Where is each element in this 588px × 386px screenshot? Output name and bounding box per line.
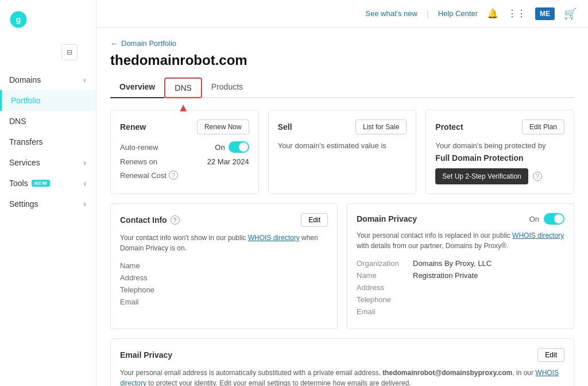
email-privacy-title: Email Privacy: [120, 350, 172, 360]
sidebar-item-transfers[interactable]: Transfers: [0, 132, 96, 152]
settings-chevron-icon: ∨: [83, 201, 87, 207]
contact-address-field: Address: [120, 273, 328, 282]
services-chevron-icon: ∨: [83, 160, 87, 166]
privacy-org-label: Organization: [357, 259, 408, 268]
domain-privacy-desc: Your personal contact info is replaced i…: [357, 230, 564, 251]
sidebar-item-settings-label: Settings: [9, 199, 38, 209]
privacy-name-value: Registration Private: [413, 271, 478, 280]
privacy-email-label: Email: [357, 307, 408, 316]
contact-info-desc: Your contact info won't show in our publ…: [120, 233, 328, 253]
sidebar-collapse-button[interactable]: ⊟: [61, 44, 78, 60]
privacy-telephone-label: Telephone: [357, 295, 408, 304]
protect-card: Protect Edit Plan Your domain's being pr…: [425, 110, 574, 194]
page-title: thedomainrobot.com: [110, 52, 574, 68]
email-privacy-desc: Your personal email address is automatic…: [120, 368, 564, 386]
domain-privacy-title: Domain Privacy: [357, 214, 417, 223]
privacy-telephone-field: Telephone: [357, 295, 564, 304]
header: See what's new | Help Center 🔔 ⋮⋮ ME 🛒: [96, 0, 588, 28]
breadcrumb[interactable]: ← Domain Portfolio: [110, 39, 574, 48]
privacy-whois-link[interactable]: WHOIS directory: [512, 231, 564, 240]
tabs: Overview DNS ▲ Products: [110, 78, 574, 98]
contact-privacy-row: Contact Info ? Edit Your contact info wo…: [110, 203, 574, 329]
auto-renew-label: Auto-renew: [120, 143, 158, 152]
tab-overview[interactable]: Overview: [110, 78, 164, 98]
domain-privacy-toggle[interactable]: [544, 213, 564, 225]
sidebar-item-domains-label: Domains: [9, 75, 41, 84]
renew-card: Renew Renew Now Auto-renew On Renews on …: [110, 110, 259, 194]
tools-new-badge: NEW: [32, 180, 51, 187]
sidebar-item-dns-label: DNS: [9, 117, 26, 126]
main-content: ← Domain Portfolio thedomainrobot.com Ov…: [96, 28, 588, 386]
privacy-address-label: Address: [357, 283, 408, 292]
contact-info-edit-button[interactable]: Edit: [301, 213, 328, 227]
contact-name-field: Name: [120, 261, 328, 270]
email-privacy-card: Email Privacy Edit Your personal email a…: [110, 338, 574, 386]
renew-card-title: Renew: [120, 122, 146, 132]
domain-privacy-status: On: [529, 215, 539, 223]
help-center-link[interactable]: Help Center: [438, 9, 478, 18]
privacy-address-field: Address: [357, 283, 564, 292]
sell-card-title: Sell: [278, 122, 292, 132]
sidebar-item-tools[interactable]: Tools NEW ∨: [0, 173, 96, 194]
domains-chevron-icon: ∨: [83, 77, 87, 83]
sidebar-item-tools-label: Tools: [9, 179, 28, 188]
list-for-sale-button[interactable]: List for Sale: [355, 119, 407, 134]
tab-products-label: Products: [211, 82, 243, 91]
svg-text:g: g: [16, 15, 21, 24]
me-button[interactable]: ME: [535, 7, 555, 20]
cart-icon[interactable]: 🛒: [564, 7, 577, 20]
protect-desc: Your domain's being protected by: [435, 141, 564, 150]
auto-renew-value: On: [215, 143, 225, 152]
sell-card: Sell List for Sale Your domain's estimat…: [268, 110, 417, 194]
contact-telephone-field: Telephone: [120, 285, 328, 294]
contact-info-icon[interactable]: ?: [171, 215, 180, 225]
dns-arrow-indicator: ▲: [177, 102, 189, 113]
renew-now-button[interactable]: Renew Now: [197, 119, 249, 134]
privacy-org-value: Domains By Proxy, LLC: [413, 259, 492, 268]
renews-on-value: 22 Mar 2024: [207, 157, 249, 166]
tab-products[interactable]: Products: [202, 78, 252, 98]
sidebar-item-dns[interactable]: DNS: [0, 111, 96, 132]
breadcrumb-arrow-icon: ←: [110, 39, 118, 48]
privacy-org-field: Organization Domains By Proxy, LLC: [357, 259, 564, 268]
see-whats-new-link[interactable]: See what's new: [365, 9, 417, 18]
top-cards-row: Renew Renew Now Auto-renew On Renews on …: [110, 110, 574, 194]
logo: g: [0, 6, 96, 40]
sidebar: g ⊟ Domains ∨ Portfolio DNS Transfers Se: [0, 0, 96, 386]
sidebar-item-services[interactable]: Services ∨: [0, 152, 96, 173]
sidebar-item-portfolio-label: Portfolio: [11, 96, 40, 105]
domain-privacy-card: Domain Privacy On Your personal contact …: [347, 203, 574, 329]
privacy-name-field: Name Registration Private: [357, 271, 564, 280]
contact-info-title: Contact Info ?: [120, 215, 180, 225]
auto-renew-toggle[interactable]: [229, 141, 249, 153]
setup-2step-button[interactable]: Set Up 2-Step Verification: [435, 168, 528, 184]
tools-chevron-icon: ∨: [83, 180, 87, 187]
protect-card-title: Protect: [435, 122, 463, 132]
contact-whois-link[interactable]: WHOIS directory: [248, 234, 300, 242]
sidebar-nav: Domains ∨ Portfolio DNS Transfers Servic…: [0, 70, 96, 386]
sidebar-item-settings[interactable]: Settings ∨: [0, 194, 96, 214]
email-privacy-edit-button[interactable]: Edit: [537, 348, 564, 362]
protect-info-icon[interactable]: ?: [533, 172, 542, 181]
edit-plan-button[interactable]: Edit Plan: [522, 119, 564, 134]
tab-dns-label: DNS: [175, 83, 192, 92]
notifications-icon[interactable]: 🔔: [487, 8, 498, 19]
godaddy-logo-icon: g: [9, 10, 28, 29]
apps-grid-icon[interactable]: ⋮⋮: [508, 8, 526, 19]
sidebar-item-services-label: Services: [9, 158, 40, 167]
renewal-cost-label: Renewal Cost: [120, 171, 167, 180]
contact-email-field: Email: [120, 298, 328, 306]
breadcrumb-label: Domain Portfolio: [121, 39, 176, 48]
tab-dns[interactable]: DNS ▲: [164, 78, 202, 98]
sidebar-item-portfolio[interactable]: Portfolio: [0, 90, 96, 111]
renewal-cost-info-icon[interactable]: ?: [169, 171, 178, 180]
sidebar-item-domains[interactable]: Domains ∨: [0, 70, 96, 90]
sidebar-item-transfers-label: Transfers: [9, 137, 43, 146]
tab-overview-label: Overview: [119, 82, 155, 91]
contact-fields: Name Address Telephone Email: [120, 261, 328, 306]
email-private-address: thedomainrobot@domainsbyproxy.com: [382, 369, 512, 377]
sell-card-desc: Your domain's estimated value is: [278, 141, 407, 150]
contact-info-card: Contact Info ? Edit Your contact info wo…: [110, 203, 338, 329]
protect-protection-level: Full Domain Protection: [435, 153, 564, 163]
renews-on-label: Renews on: [120, 157, 157, 166]
